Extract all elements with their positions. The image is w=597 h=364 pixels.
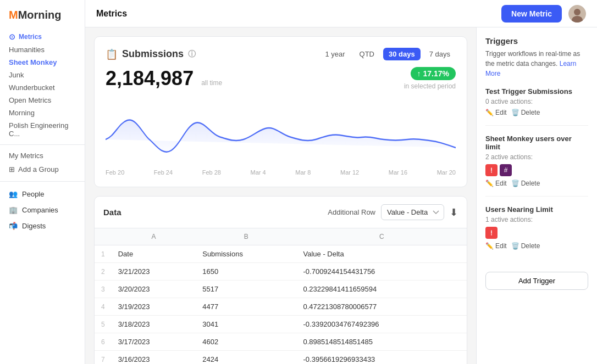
row-6-a: 3/17/2023 (112, 333, 196, 351)
trigger-2-controls: ✏️ Edit 🗑️ Delete (485, 180, 588, 187)
sidebar-item-open-metrics[interactable]: Open Metrics (0, 94, 85, 107)
trigger-2-name: Sheet Monkey users over limit (485, 135, 588, 151)
people-icon: 👥 (9, 190, 18, 198)
table-row: 5 3/18/2023 3041 -0.33920034767492396 (95, 316, 467, 333)
metric-value-row: 2,184,987 all time ↑ 17.17% in selected … (106, 67, 456, 90)
sidebar-item-companies[interactable]: 🏢 Companies (0, 202, 85, 218)
filter-qtd[interactable]: QTD (354, 48, 380, 60)
metrics-label-text: Metrics (19, 33, 42, 41)
new-metric-button[interactable]: New Metric (501, 5, 562, 23)
trigger-2-edit[interactable]: ✏️ Edit (485, 180, 507, 187)
sidebar: MMorning ⊙ Metrics Humanities Sheet Monk… (0, 0, 85, 364)
metrics-dot-icon: ⊙ (9, 32, 15, 41)
table-row: 4 3/19/2023 4477 0.47221308780006577 (95, 298, 467, 316)
row-7-num: 7 (95, 351, 112, 365)
row-1-a: Date (112, 245, 196, 263)
filter-7days[interactable]: 7 days (424, 48, 456, 60)
row-3-num: 3 (95, 281, 112, 298)
data-header: Data Additional Row Value - Delta Value … (95, 197, 467, 228)
add-group-button[interactable]: ⊞ Add a Group (0, 162, 85, 177)
trigger-3-icon-red (485, 227, 498, 239)
triggers-description: Trigger workflows in real-time as the me… (485, 49, 588, 79)
topbar: Metrics New Metric (85, 0, 597, 27)
metric-title: 📋 Submissions ⓘ (106, 48, 196, 60)
data-controls: Additional Row Value - Delta Value Delta… (328, 204, 458, 220)
sidebar-item-digests[interactable]: 📬 Digests (0, 218, 85, 234)
trigger-1-actions: 0 active actions: (485, 98, 588, 105)
delta-badge: ↑ 17.17% (411, 67, 456, 80)
people-label: People (22, 190, 44, 198)
download-button[interactable]: ⬇ (450, 206, 458, 219)
content-area: 📋 Submissions ⓘ 1 year QTD 30 days 7 day… (85, 27, 597, 364)
row-3-c: 0.23229841411659594 (297, 281, 467, 298)
row-6-c: 0.8985148514851485 (297, 333, 467, 351)
add-trigger-button[interactable]: Add Trigger (485, 272, 588, 290)
delete-icon-2: 🗑️ (511, 180, 519, 187)
trigger-3-delete[interactable]: 🗑️ Delete (511, 242, 540, 250)
digests-icon: 📬 (9, 222, 18, 230)
metric-panel: 📋 Submissions ⓘ 1 year QTD 30 days 7 day… (85, 27, 476, 364)
trigger-2-delete[interactable]: 🗑️ Delete (511, 180, 540, 187)
trigger-item-2: Sheet Monkey users over limit 2 active a… (485, 135, 588, 197)
sidebar-item-people[interactable]: 👥 People (0, 186, 85, 202)
avatar-image (568, 5, 586, 23)
row-2-b: 1650 (196, 263, 296, 281)
row-6-b: 4602 (196, 333, 296, 351)
companies-icon: 🏢 (9, 206, 18, 214)
data-title: Data (103, 208, 121, 217)
metric-title-text: Submissions (122, 48, 184, 60)
metric-chart (106, 96, 456, 167)
delete-icon: 🗑️ (511, 109, 519, 116)
sidebar-item-morning[interactable]: Morning (0, 107, 85, 119)
trigger-1-delete[interactable]: 🗑️ Delete (511, 109, 540, 116)
user-avatar[interactable] (568, 5, 586, 23)
delete-icon-3: 🗑️ (511, 242, 519, 250)
trigger-1-name: Test Trigger Submissions (485, 87, 588, 96)
digests-label: Digests (22, 222, 46, 230)
trigger-1-edit[interactable]: ✏️ Edit (485, 109, 507, 116)
row-6-num: 6 (95, 333, 112, 351)
row-2-a: 3/21/2023 (112, 263, 196, 281)
trigger-item-3: Users Nearing Limit 1 active actions: ✏️… (485, 205, 588, 259)
chart-area (106, 96, 456, 167)
edit-icon: ✏️ (485, 109, 494, 116)
info-icon[interactable]: ⓘ (188, 49, 196, 59)
row-4-a: 3/19/2023 (112, 298, 196, 316)
sidebar-item-polish[interactable]: Polish Engineering C... (0, 119, 85, 140)
trigger-item-1: Test Trigger Submissions 0 active action… (485, 87, 588, 126)
additional-row-dropdown[interactable]: Value - Delta Value Delta (381, 204, 444, 220)
sidebar-item-humanities[interactable]: Humanities (0, 43, 85, 56)
data-section: Data Additional Row Value - Delta Value … (94, 196, 467, 364)
add-group-label: Add a Group (18, 165, 59, 173)
sidebar-divider-2 (0, 181, 85, 182)
metric-value: 2,184,987 (106, 67, 194, 90)
submissions-emoji: 📋 (106, 48, 118, 60)
app-logo: MMorning (0, 7, 85, 30)
col-b-header: B (196, 228, 296, 245)
edit-icon-3: ✏️ (485, 242, 494, 250)
metric-card: 📋 Submissions ⓘ 1 year QTD 30 days 7 day… (94, 36, 467, 187)
svg-point-1 (574, 9, 581, 15)
sidebar-item-sheet-monkey[interactable]: Sheet Monkey (0, 56, 85, 69)
sidebar-item-junk[interactable]: Junk (0, 69, 85, 81)
triggers-title: Triggers (485, 36, 588, 46)
filter-1year[interactable]: 1 year (319, 48, 350, 60)
sidebar-metrics-label[interactable]: ⊙ Metrics (0, 30, 85, 43)
row-7-b: 2424 (196, 351, 296, 365)
page-title: Metrics (96, 9, 127, 19)
my-metrics-label: My Metrics (0, 149, 85, 162)
chart-label-4: Mar 8 (295, 169, 311, 176)
filter-30days[interactable]: 30 days (383, 48, 421, 60)
all-time-label: all time (201, 79, 222, 87)
triggers-panel: Triggers Trigger workflows in real-time … (476, 27, 597, 364)
time-filters: 1 year QTD 30 days 7 days (319, 48, 456, 60)
logo-accent: M (9, 9, 18, 21)
sidebar-item-wunderbucket[interactable]: Wunderbucket (0, 81, 85, 94)
trigger-1-controls: ✏️ Edit 🗑️ Delete (485, 109, 588, 116)
row-7-c: -0.3956619296933433 (297, 351, 467, 365)
trigger-3-edit[interactable]: ✏️ Edit (485, 242, 507, 250)
trigger-3-controls: ✏️ Edit 🗑️ Delete (485, 242, 588, 250)
metric-card-header: 📋 Submissions ⓘ 1 year QTD 30 days 7 day… (106, 48, 456, 60)
chart-label-5: Mar 12 (340, 169, 359, 176)
delta-value: 17.17% (423, 69, 449, 78)
